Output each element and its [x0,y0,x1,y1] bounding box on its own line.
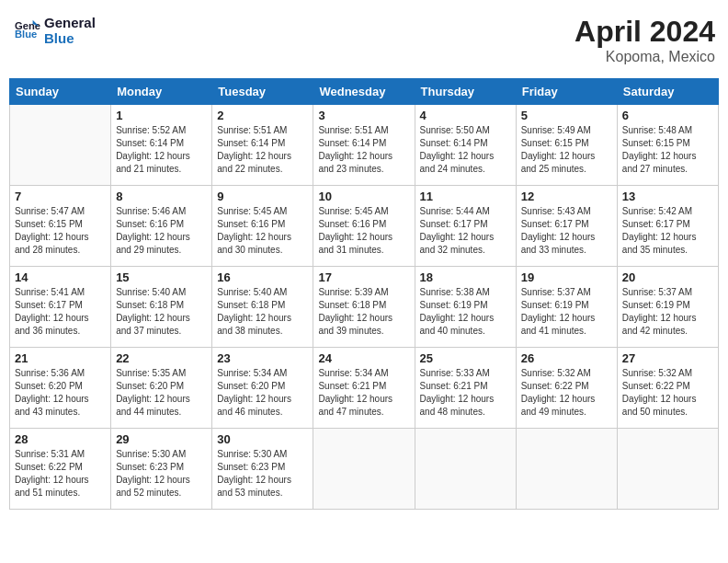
day-number: 10 [318,190,409,203]
day-number: 15 [116,270,207,284]
svg-text:Blue: Blue [15,29,37,40]
day-info: Sunrise: 5:34 AM Sunset: 6:21 PM Dayligh… [318,367,409,419]
day-number: 24 [318,351,409,365]
day-number: 5 [521,109,612,122]
day-number: 20 [622,270,713,284]
weekday-header: Monday [111,79,212,105]
day-info: Sunrise: 5:37 AM Sunset: 6:19 PM Dayligh… [521,286,612,338]
day-info: Sunrise: 5:40 AM Sunset: 6:18 PM Dayligh… [217,286,308,338]
month-year: April 2024 [574,15,715,49]
day-info: Sunrise: 5:45 AM Sunset: 6:16 PM Dayligh… [318,205,409,257]
day-number: 21 [15,351,106,365]
calendar-header-row: SundayMondayTuesdayWednesdayThursdayFrid… [10,79,719,105]
day-info: Sunrise: 5:35 AM Sunset: 6:20 PM Dayligh… [116,367,207,419]
day-info: Sunrise: 5:51 AM Sunset: 6:14 PM Dayligh… [217,124,308,176]
calendar-week-row: 21Sunrise: 5:36 AM Sunset: 6:20 PM Dayli… [10,348,719,429]
calendar-week-row: 14Sunrise: 5:41 AM Sunset: 6:17 PM Dayli… [10,267,719,348]
day-info: Sunrise: 5:32 AM Sunset: 6:22 PM Dayligh… [622,367,713,419]
day-info: Sunrise: 5:50 AM Sunset: 6:14 PM Dayligh… [420,124,511,176]
day-number: 4 [420,109,511,122]
day-info: Sunrise: 5:43 AM Sunset: 6:17 PM Dayligh… [521,205,612,257]
day-number: 30 [217,432,308,446]
calendar-table: SundayMondayTuesdayWednesdayThursdayFrid… [9,78,719,510]
day-info: Sunrise: 5:44 AM Sunset: 6:17 PM Dayligh… [420,205,511,257]
day-info: Sunrise: 5:36 AM Sunset: 6:20 PM Dayligh… [15,367,106,419]
day-info: Sunrise: 5:38 AM Sunset: 6:19 PM Dayligh… [420,286,511,338]
calendar-cell: 6Sunrise: 5:48 AM Sunset: 6:15 PM Daylig… [617,105,718,186]
calendar-week-row: 28Sunrise: 5:31 AM Sunset: 6:22 PM Dayli… [10,429,719,510]
day-number: 27 [622,351,713,365]
day-number: 28 [15,432,106,446]
calendar-cell: 7Sunrise: 5:47 AM Sunset: 6:15 PM Daylig… [10,186,111,267]
logo-line2: Blue [44,30,96,46]
logo: General Blue General Blue [13,15,96,46]
calendar-cell: 10Sunrise: 5:45 AM Sunset: 6:16 PM Dayli… [313,186,415,267]
calendar-cell [415,429,516,510]
day-info: Sunrise: 5:32 AM Sunset: 6:22 PM Dayligh… [521,367,612,419]
calendar-cell: 4Sunrise: 5:50 AM Sunset: 6:14 PM Daylig… [415,105,516,186]
day-info: Sunrise: 5:52 AM Sunset: 6:14 PM Dayligh… [116,124,207,176]
day-info: Sunrise: 5:49 AM Sunset: 6:15 PM Dayligh… [521,124,612,176]
day-number: 18 [420,270,511,284]
weekday-header: Saturday [617,79,718,105]
day-info: Sunrise: 5:41 AM Sunset: 6:17 PM Dayligh… [15,286,106,338]
calendar-cell: 24Sunrise: 5:34 AM Sunset: 6:21 PM Dayli… [313,348,415,429]
calendar-cell [617,429,718,510]
weekday-header: Thursday [415,79,516,105]
day-info: Sunrise: 5:47 AM Sunset: 6:15 PM Dayligh… [15,205,106,257]
day-number: 17 [318,270,409,284]
calendar-cell: 21Sunrise: 5:36 AM Sunset: 6:20 PM Dayli… [10,348,111,429]
calendar-week-row: 1Sunrise: 5:52 AM Sunset: 6:14 PM Daylig… [10,105,719,186]
day-number: 12 [521,190,612,203]
day-number: 25 [420,351,511,365]
calendar-cell: 8Sunrise: 5:46 AM Sunset: 6:16 PM Daylig… [111,186,212,267]
calendar-cell: 9Sunrise: 5:45 AM Sunset: 6:16 PM Daylig… [212,186,313,267]
calendar-cell: 18Sunrise: 5:38 AM Sunset: 6:19 PM Dayli… [415,267,516,348]
title-block: April 2024 Kopoma, Mexico [574,15,715,65]
weekday-header: Tuesday [212,79,313,105]
day-number: 9 [217,190,308,203]
calendar-cell [10,105,111,186]
day-info: Sunrise: 5:39 AM Sunset: 6:18 PM Dayligh… [318,286,409,338]
weekday-header: Wednesday [313,79,415,105]
calendar-cell: 3Sunrise: 5:51 AM Sunset: 6:14 PM Daylig… [313,105,415,186]
day-number: 29 [116,432,207,446]
day-info: Sunrise: 5:51 AM Sunset: 6:14 PM Dayligh… [318,124,409,176]
calendar-cell: 1Sunrise: 5:52 AM Sunset: 6:14 PM Daylig… [111,105,212,186]
day-number: 3 [318,109,409,122]
calendar-cell: 22Sunrise: 5:35 AM Sunset: 6:20 PM Dayli… [111,348,212,429]
calendar-cell: 16Sunrise: 5:40 AM Sunset: 6:18 PM Dayli… [212,267,313,348]
day-number: 2 [217,109,308,122]
weekday-header: Friday [516,79,617,105]
calendar-cell: 14Sunrise: 5:41 AM Sunset: 6:17 PM Dayli… [10,267,111,348]
calendar-cell [516,429,617,510]
day-info: Sunrise: 5:31 AM Sunset: 6:22 PM Dayligh… [15,448,106,500]
day-info: Sunrise: 5:34 AM Sunset: 6:20 PM Dayligh… [217,367,308,419]
day-info: Sunrise: 5:33 AM Sunset: 6:21 PM Dayligh… [420,367,511,419]
day-number: 8 [116,190,207,203]
calendar-cell: 26Sunrise: 5:32 AM Sunset: 6:22 PM Dayli… [516,348,617,429]
day-number: 19 [521,270,612,284]
calendar-cell: 30Sunrise: 5:30 AM Sunset: 6:23 PM Dayli… [212,429,313,510]
calendar-cell: 27Sunrise: 5:32 AM Sunset: 6:22 PM Dayli… [617,348,718,429]
day-number: 23 [217,351,308,365]
day-number: 16 [217,270,308,284]
calendar-cell: 13Sunrise: 5:42 AM Sunset: 6:17 PM Dayli… [617,186,718,267]
day-info: Sunrise: 5:42 AM Sunset: 6:17 PM Dayligh… [622,205,713,257]
day-info: Sunrise: 5:45 AM Sunset: 6:16 PM Dayligh… [217,205,308,257]
day-number: 1 [116,109,207,122]
day-info: Sunrise: 5:40 AM Sunset: 6:18 PM Dayligh… [116,286,207,338]
day-info: Sunrise: 5:30 AM Sunset: 6:23 PM Dayligh… [217,448,308,500]
day-info: Sunrise: 5:46 AM Sunset: 6:16 PM Dayligh… [116,205,207,257]
calendar-cell: 11Sunrise: 5:44 AM Sunset: 6:17 PM Dayli… [415,186,516,267]
day-number: 7 [15,190,106,203]
logo-line1: General [44,15,96,30]
calendar-cell: 23Sunrise: 5:34 AM Sunset: 6:20 PM Dayli… [212,348,313,429]
day-info: Sunrise: 5:37 AM Sunset: 6:19 PM Dayligh… [622,286,713,338]
day-number: 14 [15,270,106,284]
weekday-header: Sunday [10,79,111,105]
calendar-cell: 25Sunrise: 5:33 AM Sunset: 6:21 PM Dayli… [415,348,516,429]
day-number: 11 [420,190,511,203]
day-number: 6 [622,109,713,122]
calendar-cell: 12Sunrise: 5:43 AM Sunset: 6:17 PM Dayli… [516,186,617,267]
